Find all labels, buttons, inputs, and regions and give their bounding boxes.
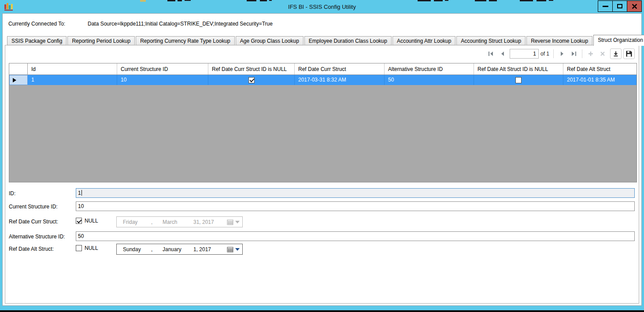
chevron-down-icon bbox=[235, 248, 240, 251]
cell-alternative-structure-id[interactable]: 50 bbox=[385, 75, 474, 85]
picker-weekday: Sunday bbox=[123, 246, 151, 253]
cell-ref-date-alt-null[interactable] bbox=[474, 75, 563, 85]
picker-weekday: Friday bbox=[123, 219, 151, 225]
ref-date-curr-null-form-checkbox[interactable] bbox=[76, 218, 82, 224]
form-row-ref-date-curr-struct: Ref Date Curr Struct: NULL Friday , Marc… bbox=[5, 216, 639, 228]
column-header-ref-date-curr-struct-id-is-null[interactable]: Ref Date Curr Struct ID is NULL bbox=[208, 63, 295, 74]
window-title: IFS BI - SSIS Config Utility bbox=[0, 4, 644, 10]
cell-ref-date-alt-struct[interactable]: 2017-01-01 8:35 AM bbox=[563, 75, 637, 85]
alternative-structure-id-input[interactable]: 50 bbox=[76, 231, 635, 241]
tab-reporting-currency-rate-type-lookup[interactable]: Reporting Currency Rate Type Lookup bbox=[136, 36, 235, 45]
move-next-button[interactable] bbox=[556, 48, 568, 59]
tab-age-group-class-lookup[interactable]: Age Group Class Lookup bbox=[236, 36, 303, 45]
save-button[interactable] bbox=[623, 48, 635, 59]
plus-icon bbox=[587, 50, 594, 57]
tab-ssis-package-config[interactable]: SSIS Package Config bbox=[7, 36, 67, 45]
grid-header-row: Id Current Structure ID Ref Date Curr St… bbox=[9, 63, 637, 75]
add-new-button[interactable] bbox=[585, 48, 596, 59]
move-previous-button[interactable] bbox=[497, 48, 508, 59]
null-checkbox-label: NULL bbox=[85, 245, 98, 251]
column-header-ref-date-alt-struct[interactable]: Ref Date Alt Struct bbox=[563, 63, 637, 74]
move-previous-icon bbox=[499, 50, 506, 57]
cell-ref-date-curr-struct[interactable]: 2017-03-31 8:32 AM bbox=[295, 75, 385, 85]
move-first-button[interactable] bbox=[485, 48, 496, 59]
column-header-alternative-structure-id[interactable]: Alternative Structure ID bbox=[385, 63, 474, 74]
form-row-current-structure-id: Current Structure ID: 10 bbox=[5, 201, 639, 213]
form-row-alternative-structure-id: Alternative Structure ID: 50 bbox=[5, 231, 639, 243]
save-floppy-icon bbox=[625, 50, 633, 57]
column-header-current-structure-id[interactable]: Current Structure ID bbox=[117, 63, 208, 74]
picker-day-year: 31, 2017 bbox=[193, 219, 214, 225]
move-last-icon bbox=[570, 50, 577, 57]
picker-comma: , bbox=[151, 246, 163, 253]
picker-day-year: 1, 2017 bbox=[193, 246, 211, 253]
delete-x-icon bbox=[599, 50, 606, 57]
data-grid: Id Current Structure ID Ref Date Curr St… bbox=[9, 63, 637, 182]
id-value: 1 bbox=[78, 190, 81, 196]
record-navigator-toolbar: 1 of 1 bbox=[485, 48, 635, 60]
alternative-structure-id-label: Alternative Structure ID: bbox=[9, 234, 65, 240]
grid-corner-stub[interactable] bbox=[9, 63, 28, 74]
current-structure-id-input[interactable]: 10 bbox=[76, 201, 635, 211]
calendar-icon bbox=[227, 219, 233, 225]
text-caret bbox=[81, 190, 82, 196]
close-icon bbox=[632, 4, 637, 9]
download-icon bbox=[612, 50, 619, 57]
id-input[interactable]: 1 bbox=[76, 188, 635, 198]
ref-date-alt-struct-label: Ref Date Alt Struct: bbox=[9, 246, 54, 252]
cell-id[interactable]: 1 bbox=[28, 75, 117, 85]
calendar-icon bbox=[227, 246, 233, 253]
null-checkbox-label: NULL bbox=[85, 218, 98, 224]
tab-reporting-period-lookup[interactable]: Reporting Period Lookup bbox=[67, 36, 135, 45]
move-first-icon bbox=[487, 50, 494, 57]
cell-ref-date-curr-null[interactable] bbox=[208, 75, 295, 85]
current-structure-id-label: Current Structure ID: bbox=[9, 204, 58, 210]
current-row-arrow-icon bbox=[13, 78, 16, 82]
maximize-button[interactable] bbox=[612, 0, 627, 12]
picker-month: January bbox=[163, 246, 193, 253]
column-header-ref-date-curr-struct[interactable]: Ref Date Curr Struct bbox=[295, 63, 385, 74]
datepicker-dropdown-button[interactable] bbox=[227, 246, 240, 253]
ref-date-alt-struct-datepicker[interactable]: Sunday , January 1, 2017 bbox=[116, 244, 243, 255]
column-header-ref-date-alt-struct-id-is-null[interactable]: Ref Date Alt Struct ID is NULL bbox=[474, 63, 563, 74]
connection-label: Currently Connected To: bbox=[8, 21, 65, 27]
column-header-id[interactable]: Id bbox=[28, 63, 117, 74]
tab-accounting-struct-lookup[interactable]: Accounting Struct Lookup bbox=[456, 36, 526, 45]
move-last-button[interactable] bbox=[568, 48, 580, 59]
row-header-cell[interactable] bbox=[9, 75, 28, 85]
chevron-down-icon bbox=[235, 221, 240, 223]
toolbar-separator bbox=[582, 49, 582, 58]
toolbar-separator bbox=[553, 49, 554, 58]
tab-accounting-attr-lookup[interactable]: Accounting Attr Lookup bbox=[392, 36, 455, 45]
refresh-data-button[interactable] bbox=[610, 48, 622, 59]
tab-struct-organization-lookup[interactable]: Struct Organization Lookup bbox=[593, 35, 644, 46]
bar-chart-app-icon bbox=[4, 3, 13, 11]
close-button[interactable] bbox=[627, 0, 642, 12]
cell-current-structure-id[interactable]: 10 bbox=[117, 75, 208, 85]
app-window: IFS BI - SSIS Config Utility Currently C… bbox=[0, 0, 644, 312]
tab-reverse-income-lookup[interactable]: Reverse Income Lookup bbox=[526, 36, 592, 45]
screen-bottom-edge bbox=[0, 310, 644, 312]
titlebar[interactable]: IFS BI - SSIS Config Utility bbox=[0, 0, 644, 13]
minimize-button[interactable] bbox=[598, 0, 613, 12]
id-label: ID: bbox=[9, 190, 15, 197]
form-row-ref-date-alt-struct: Ref Date Alt Struct: NULL Sunday , Janua… bbox=[5, 244, 639, 255]
tab-strip: SSIS Package Config Reporting Period Loo… bbox=[7, 34, 644, 45]
form-row-id: ID: 1 bbox=[5, 188, 639, 200]
minimize-icon bbox=[603, 6, 608, 7]
maximize-icon bbox=[617, 4, 622, 8]
connection-string: Data Source=lkppde111;Initial Catalog=ST… bbox=[88, 21, 273, 27]
ref-date-curr-struct-datepicker: Friday , March 31, 2017 bbox=[116, 216, 243, 227]
tab-employee-duration-class-lookup[interactable]: Employee Duration Class Lookup bbox=[304, 36, 392, 45]
grid-row-1[interactable]: 1 10 2017-03-31 8:32 AM 50 2017-01-01 8:… bbox=[9, 75, 637, 85]
ref-date-alt-null-form-checkbox[interactable] bbox=[76, 245, 82, 251]
background-window-artifacts bbox=[0, 0, 644, 2]
datepicker-dropdown-button bbox=[227, 219, 240, 225]
tab-page-struct-organization-lookup: 1 of 1 bbox=[5, 45, 639, 304]
record-position-input[interactable]: 1 bbox=[510, 49, 539, 59]
ref-date-alt-null-checkbox[interactable] bbox=[515, 77, 522, 83]
ref-date-curr-null-checkbox[interactable] bbox=[248, 77, 255, 83]
delete-button[interactable] bbox=[597, 48, 608, 59]
picker-month: March bbox=[163, 219, 193, 225]
ref-date-curr-struct-label: Ref Date Curr Struct: bbox=[9, 219, 58, 225]
